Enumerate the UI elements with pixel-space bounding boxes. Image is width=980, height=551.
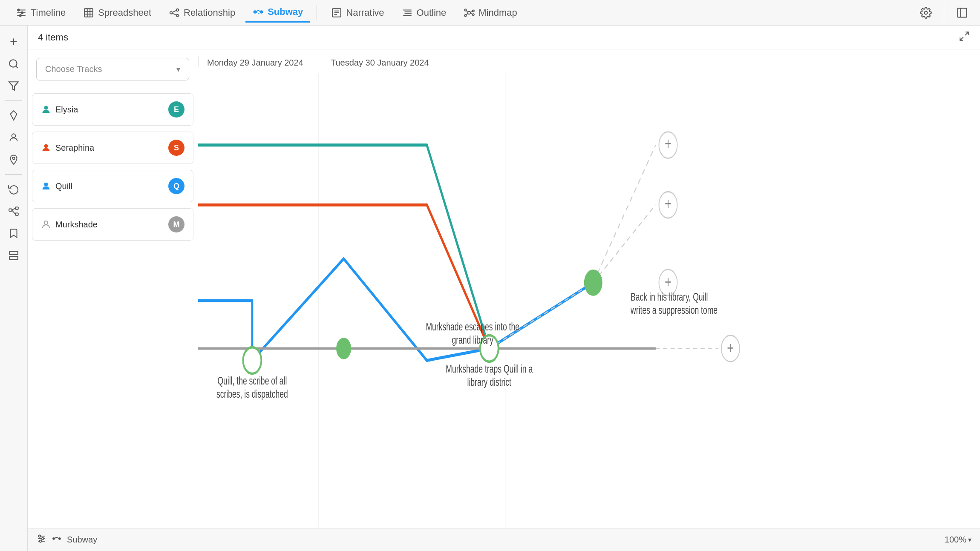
sliders-icon[interactable] — [36, 534, 46, 546]
track-row-quill[interactable]: Quill Q — [32, 170, 193, 202]
person-button[interactable] — [4, 128, 23, 147]
bookmark-button[interactable] — [4, 224, 23, 243]
svg-text:+: + — [665, 134, 672, 152]
svg-point-40 — [9, 60, 17, 67]
svg-text:Quill, the scribe of all: Quill, the scribe of all — [217, 375, 287, 387]
track-row-murkshade[interactable]: Murkshade M — [32, 208, 193, 241]
chevron-down-icon[interactable]: ▾ — [968, 536, 971, 544]
location-button[interactable] — [4, 150, 23, 169]
svg-point-11 — [170, 11, 172, 14]
seraphina-badge: S — [168, 140, 184, 156]
svg-line-31 — [467, 10, 468, 12]
nav-separator-1 — [317, 5, 317, 20]
gem-button[interactable] — [4, 106, 23, 125]
choose-tracks-area: Choose Tracks ▾ — [28, 49, 198, 80]
svg-point-96 — [40, 540, 42, 542]
settings-button[interactable] — [917, 3, 935, 22]
svg-line-15 — [172, 13, 176, 15]
nav-narrative-label: Narrative — [346, 7, 384, 18]
expand-button[interactable] — [959, 31, 970, 44]
svg-point-57 — [44, 183, 48, 186]
choose-tracks-dropdown[interactable]: Choose Tracks ▾ — [36, 58, 189, 80]
svg-point-26 — [468, 11, 471, 14]
nav-timeline[interactable]: Timeline — [9, 3, 72, 22]
svg-point-30 — [473, 14, 474, 15]
dropdown-arrow-icon: ▾ — [176, 65, 180, 74]
quill-badge: Q — [168, 178, 184, 194]
svg-point-35 — [925, 11, 928, 14]
svg-rect-52 — [9, 256, 18, 260]
svg-marker-42 — [9, 82, 18, 90]
nav-subway[interactable]: Subway — [245, 3, 310, 23]
date-headers: Monday 29 January 2024 Tuesday 30 Januar… — [198, 49, 980, 73]
items-bar: 4 items — [28, 26, 980, 49]
search-button[interactable] — [4, 55, 23, 73]
elysia-badge: E — [168, 101, 184, 118]
svg-point-94 — [39, 535, 41, 537]
subway-mode-icon — [52, 534, 62, 546]
nav-right-controls — [917, 3, 971, 22]
nav-spreadsheet-label: Spreadsheet — [98, 7, 151, 18]
quill-name: Quill — [55, 181, 72, 191]
sidebar-sep-2 — [5, 174, 22, 175]
subway-content: Choose Tracks ▾ Elysia — [28, 49, 980, 528]
svg-point-55 — [44, 106, 48, 109]
nav-separator-2 — [944, 5, 944, 20]
add-button[interactable] — [4, 32, 23, 51]
nav-timeline-label: Timeline — [31, 7, 66, 18]
svg-text:Back in his library, Quill: Back in his library, Quill — [631, 291, 708, 303]
filter-button[interactable] — [4, 77, 23, 95]
murkshade-badge: M — [168, 216, 184, 232]
relationship-icon — [168, 7, 180, 19]
nav-narrative[interactable]: Narrative — [324, 3, 391, 22]
nav-mindmap-label: Mindmap — [478, 7, 517, 18]
items-count: 4 items — [38, 32, 68, 43]
zoom-label: 100% — [945, 535, 966, 545]
panel-toggle-button[interactable] — [953, 3, 971, 22]
date-header-monday: Monday 29 January 2024 — [198, 56, 322, 66]
outline-icon — [401, 7, 413, 19]
subway-icon — [252, 6, 264, 18]
svg-point-97 — [53, 538, 55, 540]
svg-point-56 — [44, 144, 48, 148]
svg-line-32 — [467, 13, 468, 15]
seraphina-icon — [41, 143, 51, 153]
left-sidebar — [0, 26, 28, 551]
track-info-murkshade: Murkshade — [41, 219, 98, 230]
svg-rect-51 — [9, 251, 18, 255]
svg-line-62 — [427, 145, 489, 349]
murkshade-name: Murkshade — [55, 220, 98, 230]
choose-tracks-placeholder: Choose Tracks — [45, 64, 102, 74]
quill-icon — [41, 181, 51, 191]
refresh-button[interactable] — [4, 180, 23, 198]
mindmap-icon — [463, 7, 475, 19]
svg-point-4 — [21, 11, 23, 13]
svg-point-79 — [243, 347, 261, 374]
timeline-icon — [15, 7, 27, 19]
track-row-elysia[interactable]: Elysia E — [32, 93, 193, 126]
svg-text:Murkshade traps Quill in a: Murkshade traps Quill in a — [446, 362, 533, 375]
timeline-area: Monday 29 January 2024 Tuesday 30 Januar… — [198, 49, 980, 528]
svg-rect-6 — [85, 9, 93, 17]
svg-line-53 — [965, 32, 968, 35]
sidebar-sep-1 — [5, 100, 22, 101]
elysia-icon — [41, 104, 51, 115]
nav-outline[interactable]: Outline — [395, 3, 453, 22]
track-row-seraphina[interactable]: Seraphina S — [32, 132, 193, 164]
nav-spreadsheet[interactable]: Spreadsheet — [76, 3, 158, 22]
track-info-quill: Quill — [41, 181, 72, 191]
main-body: 4 items Choose Tracks ▾ — [0, 26, 980, 551]
nav-mindmap[interactable]: Mindmap — [456, 3, 524, 22]
svg-rect-47 — [15, 207, 18, 209]
nav-relationship[interactable]: Relationship — [161, 3, 242, 22]
svg-point-58 — [44, 221, 48, 224]
diagram-button[interactable] — [4, 202, 23, 221]
list2-button[interactable] — [4, 246, 23, 265]
svg-line-41 — [16, 66, 18, 68]
svg-point-28 — [464, 14, 466, 16]
svg-point-80 — [336, 338, 351, 359]
svg-text:writes a suppression tome: writes a suppression tome — [630, 304, 718, 316]
svg-point-82 — [584, 270, 602, 296]
svg-rect-48 — [15, 213, 18, 215]
svg-line-14 — [172, 10, 176, 12]
